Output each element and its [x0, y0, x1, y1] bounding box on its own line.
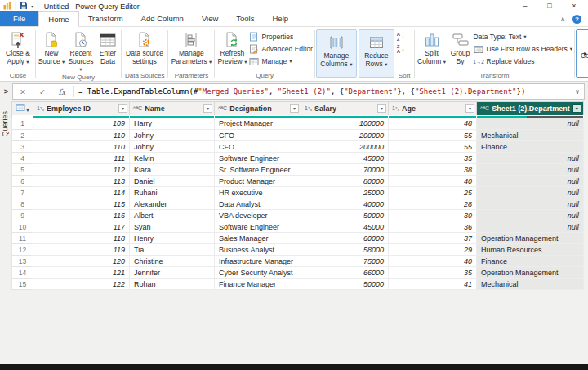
cell[interactable]: 35 [389, 267, 477, 279]
tab-home[interactable]: Home [38, 11, 78, 27]
cell[interactable]: Sales Manager [215, 233, 301, 244]
cell[interactable]: 200000 [301, 141, 389, 153]
formula-cancel-icon[interactable]: ✕ [13, 87, 33, 96]
cell[interactable]: Finance [477, 141, 584, 153]
close-apply-button[interactable]: Close & Apply ▾ [2, 28, 33, 65]
group-by-button[interactable]: Group By [448, 28, 473, 65]
tab-transform[interactable]: Transform [79, 11, 132, 26]
cell[interactable]: Alexander [130, 198, 215, 210]
row-number[interactable]: 12 [12, 244, 33, 256]
cell[interactable]: 70000 [301, 164, 389, 176]
cell[interactable]: 116 [33, 210, 130, 221]
row-number[interactable]: 5 [12, 164, 33, 176]
cell[interactable]: 41 [389, 279, 477, 290]
close-button[interactable]: × [562, 1, 586, 11]
cell[interactable]: 50000 [301, 210, 389, 221]
use-first-row-button[interactable]: Use First Row as Headers ▾ [474, 43, 572, 55]
cell[interactable]: 80000 [301, 176, 389, 187]
cell[interactable]: 30 [389, 210, 477, 221]
cell[interactable]: CFO [215, 130, 301, 141]
queries-pane-toggle[interactable]: > [0, 87, 12, 96]
cell[interactable]: Product Manager [215, 176, 301, 187]
cell[interactable]: Operation Management [477, 233, 584, 244]
cell[interactable]: 115 [33, 198, 130, 210]
cell[interactable]: Software Engineer [215, 153, 301, 164]
cell[interactable]: 111 [33, 153, 130, 164]
row-number[interactable]: 6 [12, 176, 33, 187]
split-column-button[interactable]: Split Column ▾ [416, 28, 448, 65]
cell[interactable]: Kelvin [130, 153, 215, 164]
cell[interactable]: Kiara [130, 164, 215, 176]
cell[interactable]: Operation Management [477, 267, 584, 279]
cell[interactable]: 110 [33, 130, 130, 141]
cell[interactable]: 45000 [301, 221, 389, 233]
column-filter-button[interactable]: ▾ [118, 104, 127, 113]
cell[interactable]: 29 [389, 244, 477, 256]
data-type-button[interactable]: Data Type: Text ▾ [474, 31, 572, 42]
new-source-button[interactable]: New Source ▾ [38, 28, 65, 65]
tab-view[interactable]: View [193, 11, 227, 26]
tab-help[interactable]: Help [263, 11, 297, 26]
cell[interactable]: 55 [389, 141, 477, 153]
cell[interactable]: 35 [389, 153, 477, 164]
cell[interactable]: 121 [33, 267, 130, 279]
row-number[interactable]: 2 [12, 130, 33, 141]
cell[interactable]: 120 [33, 256, 130, 267]
column-filter-button[interactable]: ▾ [377, 104, 386, 113]
fx-icon[interactable]: fx [52, 87, 72, 96]
cell[interactable]: CFO [215, 141, 301, 153]
formula-expand-icon[interactable]: ∨ [571, 88, 584, 96]
manage-columns-button[interactable]: Manage Columns ▾ [318, 30, 354, 68]
cell[interactable]: Infrastructure Manager [215, 256, 301, 267]
save-icon[interactable] [20, 2, 28, 11]
cell[interactable]: null [477, 176, 584, 187]
cell[interactable]: 112 [33, 164, 130, 176]
advanced-editor-button[interactable]: Advanced Editor [248, 43, 312, 55]
cell[interactable]: Henry [130, 233, 215, 244]
column-header[interactable]: 1²₃Age▾ [389, 102, 477, 115]
manage-button[interactable]: Manage ▾ [248, 56, 312, 67]
cell[interactable]: 200000 [301, 130, 389, 141]
cell[interactable]: 118 [33, 233, 130, 244]
cell[interactable]: 50000 [301, 279, 389, 290]
cell[interactable]: Cyber Security Analyst [215, 267, 301, 279]
row-number[interactable]: 11 [12, 233, 33, 244]
formula-text[interactable]: = Table.ExpandTableColumn(#"Merged Queri… [78, 87, 571, 96]
column-header[interactable]: ᴬᴮCName▾ [130, 102, 215, 115]
cell[interactable]: Business Analyst [215, 244, 301, 256]
quick-access-caret-icon[interactable]: ▾ [31, 3, 33, 9]
cell[interactable]: 58000 [301, 244, 389, 256]
row-number[interactable]: 14 [12, 267, 33, 279]
combine-button[interactable]: Combine ▾ [579, 30, 588, 66]
row-number[interactable]: 10 [12, 221, 33, 233]
row-number[interactable]: 8 [12, 198, 33, 210]
cell[interactable]: 40 [389, 256, 477, 267]
cell[interactable]: 28 [389, 198, 477, 210]
column-header[interactable]: 1²₃Salary▾ [301, 102, 389, 115]
cell[interactable]: Syan [130, 221, 215, 233]
cell[interactable]: Harry [130, 118, 215, 130]
cell[interactable]: 60000 [301, 233, 389, 244]
cell[interactable]: 122 [33, 279, 130, 290]
cell[interactable]: Software Engineer [215, 221, 301, 233]
minimize-button[interactable]: – [513, 1, 537, 11]
cell[interactable]: 117 [33, 221, 130, 233]
cell[interactable]: VBA developer [215, 210, 301, 221]
cell[interactable]: Albert [130, 210, 215, 221]
cell[interactable]: Project Manager [215, 118, 301, 130]
cell[interactable]: HR executive [215, 187, 301, 198]
cell[interactable]: null [477, 153, 584, 164]
cell[interactable]: 37 [389, 233, 477, 244]
reduce-rows-group-button[interactable]: Reduce Rows ▾ [359, 29, 394, 78]
tab-add-column[interactable]: Add Column [132, 11, 193, 26]
sort-ascending-button[interactable]: AZ↓ [397, 31, 404, 42]
cell[interactable]: Johny [130, 141, 215, 153]
column-filter-button[interactable]: ▾ [203, 104, 212, 113]
row-number[interactable]: 3 [12, 141, 33, 153]
collapse-ribbon-icon[interactable]: ∧ [560, 16, 565, 23]
row-number[interactable]: 1 [12, 118, 33, 130]
cell[interactable]: Tia [130, 244, 215, 256]
refresh-preview-button[interactable]: Refresh Preview ▾ [216, 28, 247, 65]
column-filter-button[interactable]: ▾ [290, 104, 299, 113]
cell[interactable]: 38 [389, 164, 477, 176]
